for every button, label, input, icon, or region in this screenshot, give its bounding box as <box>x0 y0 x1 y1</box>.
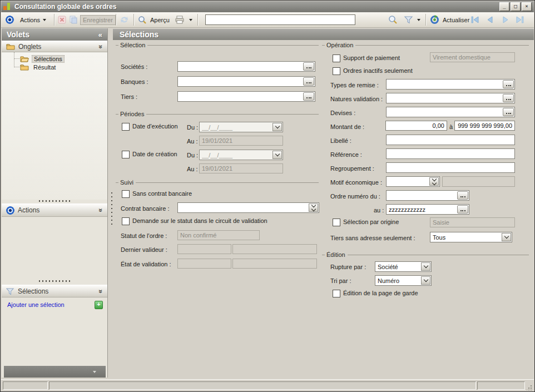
date-creation-du-combo[interactable]: __/__/____ <box>199 150 283 160</box>
du-label: Du : <box>187 124 198 131</box>
tree-item-selections[interactable]: Sélections <box>20 54 65 63</box>
first-record-button[interactable] <box>471 12 479 27</box>
first-icon <box>471 16 479 23</box>
ordres-inactifs-checkbox[interactable] <box>333 67 340 75</box>
libelle-input[interactable] <box>386 135 515 145</box>
tiers-sans-adresse-combo[interactable]: Tous <box>430 232 512 242</box>
tiers-label: Tiers : <box>121 93 137 100</box>
print-options-button[interactable] <box>189 12 192 27</box>
section-actions[interactable]: Actions » <box>2 204 107 217</box>
collapse-section-icon[interactable]: » <box>97 44 105 48</box>
minimize-button[interactable]: _ <box>499 2 509 11</box>
selection-origine-checkbox[interactable] <box>333 219 340 226</box>
section-onglets[interactable]: Onglets » <box>2 41 107 52</box>
collapse-sidebar-button[interactable]: « <box>98 31 102 39</box>
natures-validation-browse-button[interactable] <box>503 94 514 102</box>
demande-statut-checkbox[interactable] <box>122 217 130 225</box>
sync-button[interactable] <box>120 12 129 27</box>
montant-max-field <box>454 121 515 131</box>
societes-browse-button[interactable] <box>303 62 314 71</box>
save-button[interactable]: Enregistrer <box>69 12 116 27</box>
chevron-down-icon[interactable] <box>502 233 511 241</box>
societes-input[interactable] <box>177 61 315 72</box>
status-cell-3 <box>477 381 525 390</box>
last-record-button[interactable] <box>516 12 524 27</box>
ordre-numero-du-browse-button[interactable] <box>457 191 468 200</box>
types-remise-input[interactable] <box>386 79 515 90</box>
devises-input[interactable] <box>386 107 515 117</box>
double-chevron-down-icon[interactable] <box>429 177 439 186</box>
societes-label: Sociétés : <box>121 63 147 70</box>
funnel-icon <box>6 287 14 295</box>
add-selection-plus-button[interactable]: + <box>95 301 103 309</box>
preview-button[interactable]: Aperçu <box>138 12 170 27</box>
page-garde-checkbox[interactable] <box>333 290 340 297</box>
tiers-browse-button[interactable] <box>303 92 314 101</box>
status-cell-2 <box>49 381 476 390</box>
selection-origine-label: Sélection par origine <box>343 219 399 225</box>
banques-browse-button[interactable] <box>303 77 314 86</box>
collapsed-panel-bar[interactable] <box>4 366 106 378</box>
refresh-button[interactable]: Actualiser <box>430 12 469 27</box>
etat-validation-label: État de validation : <box>121 261 171 267</box>
maximize-button[interactable]: □ <box>511 2 521 11</box>
group-suivi: Suivi <box>116 179 319 186</box>
banques-input[interactable] <box>177 76 315 87</box>
date-creation-checkbox[interactable] <box>122 151 130 158</box>
add-selection-link[interactable]: Ajouter une sélection <box>7 301 65 308</box>
search-button[interactable] <box>388 12 398 27</box>
devises-browse-button[interactable] <box>503 108 514 116</box>
close-button[interactable]: × <box>522 2 532 11</box>
contrat-combo[interactable] <box>177 202 319 213</box>
delete-button[interactable] <box>58 12 66 27</box>
montant-max-input[interactable] <box>454 121 515 131</box>
filter-button[interactable] <box>404 12 413 27</box>
ordre-numero-au-browse-button[interactable] <box>457 205 468 214</box>
status-bar <box>1 379 534 391</box>
date-execution-checkbox[interactable] <box>122 123 130 131</box>
next-record-button[interactable] <box>502 12 509 27</box>
collapse-section-icon[interactable]: » <box>97 209 105 212</box>
filter-options-button[interactable] <box>417 12 420 27</box>
sidebar-splitter[interactable] <box>2 280 108 282</box>
etat-validation-field-2 <box>232 259 317 269</box>
rupture-par-combo[interactable]: Société <box>375 261 432 272</box>
tiers-sans-adresse-label: Tiers sans adresse seulement : <box>330 235 415 241</box>
tiers-input[interactable] <box>177 91 315 102</box>
magnifier-icon <box>138 16 147 24</box>
date-execution-au-field: 19/01/2021 <box>199 136 283 146</box>
print-button[interactable] <box>175 12 185 27</box>
tri-par-combo[interactable]: Numéro <box>375 275 432 286</box>
vertical-splitter[interactable] <box>111 192 112 227</box>
next-icon <box>502 16 509 23</box>
montant-min-input[interactable] <box>385 121 447 131</box>
collapse-section-icon[interactable]: » <box>97 289 105 293</box>
group-selection: Sélection <box>116 42 319 48</box>
motif-economique-combo[interactable] <box>386 176 440 187</box>
banques-label: Banques : <box>121 78 148 85</box>
printer-icon <box>175 16 185 24</box>
section-selections[interactable]: Sélections » <box>2 285 107 297</box>
sidebar-splitter[interactable] <box>2 200 108 202</box>
double-chevron-down-icon[interactable] <box>309 204 318 212</box>
natures-validation-input[interactable] <box>386 93 515 103</box>
actions-button[interactable]: Actions <box>20 12 46 27</box>
previous-record-button[interactable] <box>486 12 493 27</box>
tree-item-resultat[interactable]: Résultat <box>20 63 57 71</box>
banques-field <box>177 76 315 87</box>
sans-contrat-checkbox[interactable] <box>122 190 130 198</box>
types-remise-browse-button[interactable] <box>503 80 514 88</box>
chevron-down-icon[interactable] <box>273 151 282 159</box>
support-paiement-checkbox[interactable] <box>333 54 340 62</box>
reference-input[interactable] <box>386 148 515 159</box>
magnifier-icon <box>388 15 398 24</box>
chevron-down-icon[interactable] <box>421 262 430 271</box>
chevron-down-icon[interactable] <box>421 276 430 285</box>
last-icon <box>516 16 524 23</box>
resize-grip[interactable] <box>527 385 532 390</box>
regroupement-input[interactable] <box>386 162 515 173</box>
page-title-bar: Sélections <box>113 29 534 40</box>
chevron-down-icon[interactable] <box>273 123 282 131</box>
date-execution-du-combo[interactable]: __/__/____ <box>199 122 283 132</box>
search-input[interactable] <box>205 14 355 25</box>
